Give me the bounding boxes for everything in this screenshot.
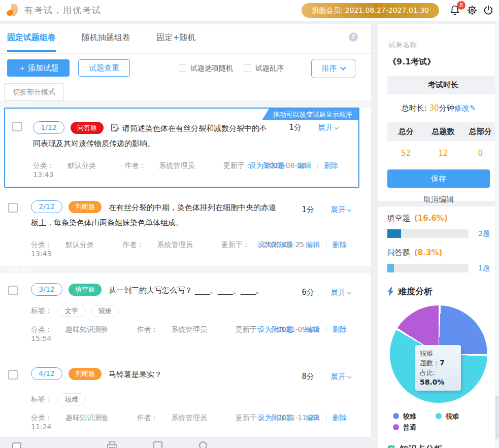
scrollbar-thumb[interactable] <box>495 396 498 439</box>
question-item-4[interactable]: 4/12判断题马铃薯是果实？ 8分 展开 标签：较难 分类：趣味知识测验 作者：… <box>0 358 371 437</box>
question-number[interactable]: 1/12 <box>33 121 64 134</box>
tooltip-ratio: 58.0% <box>420 378 445 386</box>
paper-settings-card: 试卷名称 《9.1考试》 考试时长 总时长: 30分钟修改✎ 总分总题数总部分 … <box>378 24 499 201</box>
set-extra-link[interactable]: 设为附加题 <box>258 413 293 422</box>
type-count-link[interactable]: 2题 <box>478 229 490 238</box>
question-number[interactable]: 2/12 <box>31 200 62 213</box>
question-actions: 设为附加题|编辑|删除 <box>258 240 347 250</box>
edit-link[interactable]: 编辑 <box>306 240 320 249</box>
cancel-edit-link[interactable]: 取消编辑 <box>378 195 499 204</box>
shuffle-checkbox[interactable] <box>244 64 251 72</box>
list-toolbar: ＋ 添加试题 试题查重 试题选项随机 试题乱序 排序 <box>0 54 371 82</box>
expand-link[interactable]: 展开 <box>330 288 351 297</box>
bottom-action-bar <box>0 440 371 448</box>
set-extra-link[interactable]: 设为附加题 <box>258 325 293 333</box>
edit-link[interactable]: 编辑 <box>306 325 320 333</box>
legend-item[interactable]: 较难 <box>393 411 436 422</box>
edit-link[interactable]: 编辑 <box>306 413 320 422</box>
dup-check-button[interactable]: 试题查重 <box>78 59 130 77</box>
question-item-1[interactable]: 拖动可以改变试题显示顺序 1/12问答题请简述染色体在有丝分裂和减数分裂中的不同… <box>4 108 359 188</box>
notifications-button[interactable]: 8 <box>449 4 461 17</box>
modify-duration-link[interactable]: 修改✎ <box>454 104 476 113</box>
total-questions: 12 <box>424 141 461 165</box>
circle-help-icon[interactable] <box>199 441 207 448</box>
question-tags: 标签：较难 <box>31 393 359 405</box>
question-item-2[interactable]: 2/12判断题在有丝分裂的中期，染色体排列在细胞中央的赤道板上，每条染色体由两条… <box>0 191 371 266</box>
help-icon[interactable]: ? <box>349 32 358 42</box>
chevron-down-icon <box>340 64 346 70</box>
delete-link[interactable]: 删除 <box>332 325 347 333</box>
paper-name-label: 试卷名称 <box>388 41 499 50</box>
question-points: 1分 <box>302 205 314 215</box>
type-count-link[interactable]: 1题 <box>478 264 490 273</box>
option-random-checkbox-label: 试题选项随机 <box>179 64 233 73</box>
delete-link[interactable]: 删除 <box>324 161 338 169</box>
legend-dot <box>393 424 399 430</box>
compose-mode-tabs: 固定试题组卷 随机抽题组卷 固定+随机 ? <box>0 24 371 54</box>
option-random-checkbox[interactable] <box>179 64 186 72</box>
pencil-icon: ✎ <box>470 104 476 113</box>
duration-header: 考试时长 <box>387 76 499 94</box>
set-extra-link[interactable]: 设为附加题 <box>258 240 293 249</box>
book-icon <box>387 445 395 448</box>
expand-link[interactable]: 展开 <box>330 205 351 215</box>
lightning-icon <box>387 287 394 296</box>
vip-membership-badge[interactable]: 旗舰会员: 2021.08.27-2027.01.30 <box>302 3 439 18</box>
set-extra-link[interactable]: 设为附加题 <box>249 161 285 169</box>
tag-pill: 较难 <box>91 305 119 317</box>
delete-link[interactable]: 删除 <box>332 413 347 422</box>
expand-link[interactable]: 展开 <box>318 123 338 132</box>
gear-icon <box>467 4 478 16</box>
select-all-checkbox[interactable] <box>12 442 21 448</box>
total-score: 52 <box>387 141 424 165</box>
legend-item[interactable]: 普通 <box>393 422 436 433</box>
legend-item[interactable]: 很难 <box>436 411 478 422</box>
tab-random-questions[interactable]: 随机抽题组卷 <box>82 32 130 50</box>
question-1-checkbox[interactable] <box>12 122 22 131</box>
top-header: 有考试，用优考试 旗舰会员: 2021.08.27-2027.01.30 8 <box>0 0 499 21</box>
question-item-3[interactable]: 3/12填空题从一到三的大写怎么写？ ____、____、____。 6分 展开… <box>0 273 371 351</box>
logout-button[interactable] <box>483 4 495 17</box>
question-actions: 设为附加题|编辑|删除 <box>258 413 347 423</box>
box-icon[interactable] <box>153 441 162 448</box>
question-tags: 标签：文学较难 <box>31 305 359 317</box>
progress-fill <box>387 229 401 238</box>
question-points: 6分 <box>302 288 314 297</box>
tag-pill: 较难 <box>57 393 86 405</box>
expand-link[interactable]: 展开 <box>330 372 351 382</box>
question-text: 请简述染色体在有丝分裂和减数分裂中的不同表现及其对遗传物质传递的影响。 <box>33 124 267 148</box>
notification-count-badge: 8 <box>457 1 465 10</box>
chevron-down-icon <box>347 290 351 294</box>
totals-header-row: 总分总题数总部分 <box>387 122 499 141</box>
dup-watermark: 试题重复 <box>0 100 371 108</box>
switch-section-mode-button[interactable]: 切换部分模式 <box>4 83 64 100</box>
tab-fixed-questions[interactable]: 固定试题组卷 <box>7 32 56 52</box>
chevron-down-icon <box>347 208 351 212</box>
progress-track <box>387 264 469 272</box>
tab-fixed-plus-random[interactable]: 固定+随机 <box>156 32 195 50</box>
paper-name: 《9.1考试》 <box>388 57 499 67</box>
question-3-checkbox[interactable] <box>8 286 18 295</box>
printer-icon[interactable] <box>107 441 118 448</box>
type-stat-qa: 问答题(8.3%) 1题 <box>387 248 490 272</box>
legend-dot <box>393 413 399 419</box>
settings-button[interactable] <box>467 4 479 17</box>
edit-link[interactable]: 编辑 <box>297 161 311 169</box>
question-2-checkbox[interactable] <box>8 203 18 213</box>
add-question-button[interactable]: ＋ 添加试题 <box>7 59 70 77</box>
question-list-panel: 固定试题组卷 随机抽题组卷 固定+随机 ? ＋ 添加试题 试题查重 试题选项随机… <box>0 24 371 437</box>
question-number[interactable]: 4/12 <box>31 367 62 380</box>
sort-dropdown[interactable]: 排序 <box>311 59 355 78</box>
save-button[interactable]: 保存 <box>387 169 490 188</box>
legend-dot <box>436 413 442 419</box>
page-scrollbar[interactable] <box>495 21 499 448</box>
difficulty-pie-chart[interactable]: 很难 题数：7 占比: 58.0% <box>390 305 487 403</box>
question-4-checkbox[interactable] <box>8 370 18 380</box>
drag-hint-ribbon: 拖动可以改变试题显示顺序 <box>262 109 358 120</box>
question-type-tag: 判断题 <box>69 201 102 213</box>
delete-link[interactable]: 删除 <box>332 240 347 249</box>
tooltip-count: 7 <box>440 359 445 367</box>
question-text: 从一到三的大写怎么写？ ____、____、____。 <box>109 286 263 295</box>
question-number[interactable]: 3/12 <box>31 283 62 296</box>
question-items: 试题重复 拖动可以改变试题显示顺序 1/12问答题请简述染色体在有丝分裂和减数分… <box>0 100 371 437</box>
